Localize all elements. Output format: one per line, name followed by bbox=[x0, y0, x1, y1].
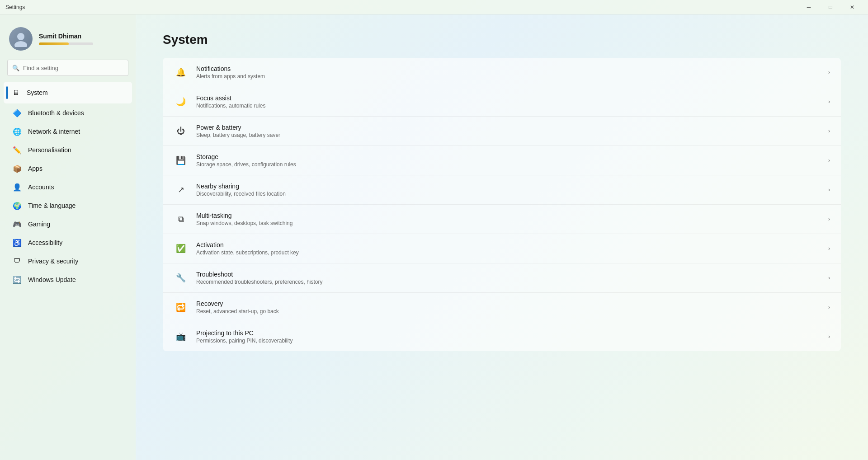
power-battery-desc: Sleep, battery usage, battery saver bbox=[196, 132, 820, 138]
titlebar: Settings ─ □ ✕ bbox=[0, 0, 868, 14]
sidebar-nav: 🖥System🔷Bluetooth & devices🌐Network & in… bbox=[0, 81, 136, 289]
activation-desc: Activation state, subscriptions, product… bbox=[196, 249, 820, 256]
sidebar-label-apps: Apps bbox=[28, 165, 42, 172]
avatar[interactable] bbox=[9, 27, 33, 51]
apps-icon: 📦 bbox=[13, 164, 22, 173]
multi-tasking-desc: Snap windows, desktops, task switching bbox=[196, 220, 820, 226]
setting-item-storage[interactable]: 💾StorageStorage space, drives, configura… bbox=[163, 146, 841, 175]
notifications-desc: Alerts from apps and system bbox=[196, 73, 820, 80]
sidebar-label-time: Time & language bbox=[28, 202, 75, 209]
active-indicator bbox=[6, 86, 8, 99]
troubleshoot-text: TroubleshootRecommended troubleshooters,… bbox=[196, 271, 820, 285]
svg-point-0 bbox=[17, 33, 24, 40]
sidebar-label-system: System bbox=[27, 89, 48, 96]
activation-chevron: › bbox=[828, 245, 830, 252]
projecting-desc: Permissions, pairing PIN, discoverabilit… bbox=[196, 338, 820, 344]
privacy-icon: 🛡 bbox=[13, 257, 22, 266]
activation-icon: ✅ bbox=[174, 241, 188, 256]
search-icon: 🔍 bbox=[12, 65, 19, 71]
nearby-sharing-desc: Discoverability, received files location bbox=[196, 191, 820, 197]
setting-item-focus-assist[interactable]: 🌙Focus assistNotifications, automatic ru… bbox=[163, 87, 841, 117]
multi-tasking-icon: ⧉ bbox=[174, 212, 188, 226]
setting-item-activation[interactable]: ✅ActivationActivation state, subscriptio… bbox=[163, 234, 841, 263]
sidebar-item-apps[interactable]: 📦Apps bbox=[4, 160, 132, 178]
avatar-image bbox=[9, 27, 33, 51]
main-content: System 🔔NotificationsAlerts from apps an… bbox=[136, 14, 868, 460]
setting-item-notifications[interactable]: 🔔NotificationsAlerts from apps and syste… bbox=[163, 58, 841, 87]
sidebar-item-windows-update[interactable]: 🔄Windows Update bbox=[4, 271, 132, 289]
setting-item-multi-tasking[interactable]: ⧉Multi-taskingSnap windows, desktops, ta… bbox=[163, 205, 841, 234]
search-input[interactable] bbox=[23, 65, 123, 71]
focus-assist-icon: 🌙 bbox=[174, 94, 188, 109]
troubleshoot-title: Troubleshoot bbox=[196, 271, 820, 278]
user-progress-bar bbox=[39, 42, 93, 45]
sidebar-label-accessibility: Accessibility bbox=[28, 239, 62, 246]
projecting-chevron: › bbox=[828, 333, 830, 340]
setting-item-projecting[interactable]: 📺Projecting to this PCPermissions, pairi… bbox=[163, 322, 841, 351]
power-battery-title: Power & battery bbox=[196, 124, 820, 131]
sidebar-label-bluetooth: Bluetooth & devices bbox=[28, 109, 84, 117]
activation-text: ActivationActivation state, subscription… bbox=[196, 241, 820, 256]
user-info: Sumit Dhiman bbox=[39, 33, 93, 45]
sidebar-item-network[interactable]: 🌐Network & internet bbox=[4, 122, 132, 141]
sidebar-item-privacy[interactable]: 🛡Privacy & security bbox=[4, 252, 132, 270]
accessibility-icon: ♿ bbox=[13, 238, 22, 247]
activation-title: Activation bbox=[196, 241, 820, 249]
focus-assist-text: Focus assistNotifications, automatic rul… bbox=[196, 94, 820, 109]
sidebar-item-time[interactable]: 🌍Time & language bbox=[4, 197, 132, 215]
focus-assist-title: Focus assist bbox=[196, 94, 820, 102]
close-button[interactable]: ✕ bbox=[842, 0, 863, 14]
notifications-title: Notifications bbox=[196, 65, 820, 72]
sidebar-label-network: Network & internet bbox=[28, 128, 80, 135]
storage-icon: 💾 bbox=[174, 153, 188, 168]
sidebar-label-privacy: Privacy & security bbox=[28, 258, 78, 265]
window-controls: ─ □ ✕ bbox=[798, 0, 863, 14]
setting-item-power-battery[interactable]: ⏻Power & batterySleep, battery usage, ba… bbox=[163, 117, 841, 146]
notifications-icon: 🔔 bbox=[174, 65, 188, 80]
svg-point-1 bbox=[14, 41, 27, 47]
sidebar-item-personalisation[interactable]: ✏️Personalisation bbox=[4, 141, 132, 159]
personalisation-icon: ✏️ bbox=[13, 146, 22, 155]
troubleshoot-desc: Recommended troubleshooters, preferences… bbox=[196, 279, 820, 285]
projecting-text: Projecting to this PCPermissions, pairin… bbox=[196, 329, 820, 344]
multi-tasking-title: Multi-tasking bbox=[196, 212, 820, 219]
setting-item-nearby-sharing[interactable]: ↗Nearby sharingDiscoverability, received… bbox=[163, 175, 841, 205]
focus-assist-chevron: › bbox=[828, 99, 830, 105]
user-progress-fill bbox=[39, 42, 69, 45]
sidebar-item-system[interactable]: 🖥System bbox=[4, 82, 132, 103]
app-container: Sumit Dhiman 🔍 🖥System🔷Bluetooth & devic… bbox=[0, 14, 868, 460]
user-section: Sumit Dhiman bbox=[0, 22, 136, 60]
minimize-button[interactable]: ─ bbox=[798, 0, 819, 14]
nearby-sharing-text: Nearby sharingDiscoverability, received … bbox=[196, 183, 820, 197]
sidebar: Sumit Dhiman 🔍 🖥System🔷Bluetooth & devic… bbox=[0, 14, 136, 460]
recovery-desc: Reset, advanced start-up, go back bbox=[196, 308, 820, 314]
gaming-icon: 🎮 bbox=[13, 220, 22, 229]
power-battery-text: Power & batterySleep, battery usage, bat… bbox=[196, 124, 820, 138]
notifications-text: NotificationsAlerts from apps and system bbox=[196, 65, 820, 80]
network-icon: 🌐 bbox=[13, 127, 22, 136]
sidebar-label-windows-update: Windows Update bbox=[28, 276, 76, 283]
sidebar-item-bluetooth[interactable]: 🔷Bluetooth & devices bbox=[4, 104, 132, 122]
maximize-button[interactable]: □ bbox=[820, 0, 841, 14]
projecting-title: Projecting to this PC bbox=[196, 329, 820, 337]
recovery-title: Recovery bbox=[196, 300, 820, 307]
sidebar-label-personalisation: Personalisation bbox=[28, 146, 71, 154]
power-battery-chevron: › bbox=[828, 128, 830, 134]
setting-item-troubleshoot[interactable]: 🔧TroubleshootRecommended troubleshooters… bbox=[163, 263, 841, 293]
sidebar-item-accounts[interactable]: 👤Accounts bbox=[4, 178, 132, 196]
storage-title: Storage bbox=[196, 153, 820, 160]
projecting-icon: 📺 bbox=[174, 329, 188, 344]
recovery-icon: 🔁 bbox=[174, 300, 188, 314]
sidebar-item-gaming[interactable]: 🎮Gaming bbox=[4, 215, 132, 233]
nearby-sharing-icon: ↗ bbox=[174, 183, 188, 197]
multi-tasking-chevron: › bbox=[828, 216, 830, 222]
bluetooth-icon: 🔷 bbox=[13, 108, 22, 117]
user-name: Sumit Dhiman bbox=[39, 33, 93, 40]
window-title: Settings bbox=[5, 4, 25, 10]
setting-item-recovery[interactable]: 🔁RecoveryReset, advanced start-up, go ba… bbox=[163, 293, 841, 322]
search-box[interactable]: 🔍 bbox=[7, 60, 128, 76]
search-container: 🔍 bbox=[0, 60, 136, 81]
sidebar-item-accessibility[interactable]: ♿Accessibility bbox=[4, 234, 132, 252]
storage-desc: Storage space, drives, configuration rul… bbox=[196, 161, 820, 168]
nearby-sharing-chevron: › bbox=[828, 187, 830, 193]
